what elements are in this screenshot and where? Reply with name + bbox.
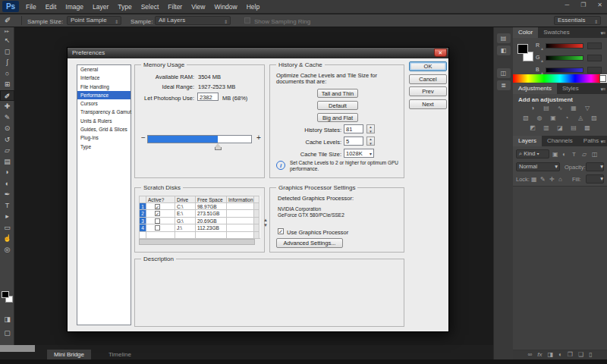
info-panel-icon[interactable]: ◫ [497, 68, 511, 78]
properties-panel-icon[interactable]: ◧ [497, 46, 511, 55]
scratch-table-hscrollbar[interactable] [139, 239, 255, 245]
tab-mini-bridge[interactable]: Mini Bridge [47, 350, 91, 359]
menu-edit[interactable]: Edit [41, 0, 61, 14]
clone-stamp-tool-icon[interactable]: ⊙ [0, 123, 14, 133]
cache-levels-spinner[interactable]: ▲▼ [366, 136, 375, 146]
adjustment-icon[interactable]: ◔ [561, 115, 573, 122]
ok-button[interactable]: OK [409, 61, 447, 71]
r-value-box[interactable] [587, 42, 602, 49]
b-gradient-slider[interactable] [546, 67, 583, 73]
menu-layer[interactable]: Layer [88, 0, 113, 14]
scratch-disk-row[interactable]: 3G:\20.69GB [139, 218, 260, 225]
minimize-button-icon[interactable]: ─ [565, 2, 569, 8]
dialog-title-bar[interactable]: Preferences [68, 48, 448, 58]
menu-type[interactable]: Type [113, 0, 136, 14]
quick-mask-icon[interactable]: ◨ [0, 314, 14, 325]
b-value-box[interactable] [587, 67, 602, 74]
menu-help[interactable]: Help [242, 0, 264, 14]
scratch-reorder-buttons[interactable]: ▲▼ [263, 218, 268, 228]
adjustment-icon[interactable]: ◪ [555, 124, 566, 132]
tab-color[interactable]: Color [513, 27, 538, 38]
filter-smart-objects-icon[interactable]: ◫ [592, 151, 598, 158]
menu-image[interactable]: Image [61, 0, 88, 14]
adjustment-icon[interactable]: ∿ [555, 105, 566, 112]
category-guides-grid-slices[interactable]: Guides, Grid & Slices [77, 125, 131, 133]
category-interface[interactable]: Interface [77, 74, 131, 82]
collapse-dock-icon[interactable]: ▸▸ [0, 28, 14, 33]
scratch-disk-row[interactable]: 1✓C:\98.97GB [139, 203, 260, 211]
panel-menu-icon[interactable]: ▾≡ [600, 139, 605, 145]
layer-effects-icon[interactable]: fx [537, 350, 542, 359]
blur-tool-icon[interactable]: ◗ [0, 167, 14, 177]
g-value-box[interactable] [587, 55, 602, 61]
lock-position-icon[interactable]: ✛ [549, 176, 555, 183]
history-states-spinner[interactable]: ▲▼ [366, 124, 375, 133]
adjustment-icon[interactable]: ▧ [521, 115, 532, 122]
pen-tool-icon[interactable]: ✒ [0, 189, 14, 199]
filter-shape-layers-icon[interactable]: ▱ [582, 151, 587, 158]
table-vscrollbar[interactable] [254, 203, 259, 211]
workspace-dropdown[interactable]: Essentials⇕ [554, 16, 601, 25]
foreground-color-swatch[interactable] [517, 44, 528, 54]
screen-mode-icon[interactable]: ▢ [0, 328, 14, 338]
layer-filter-dropdown[interactable]: ⌕ Kind ▾ [516, 149, 549, 158]
adjustment-icon[interactable]: ▣ [548, 115, 559, 122]
category-general[interactable]: General [77, 65, 131, 74]
eyedropper-icon[interactable]: ✐ [5, 16, 11, 24]
g-gradient-slider[interactable] [546, 55, 583, 61]
adjustment-icon[interactable]: ▦ [568, 105, 580, 112]
category-cursors[interactable]: Cursors [77, 99, 131, 108]
link-layers-icon[interactable]: ∞ [527, 350, 532, 359]
hand-tool-icon[interactable]: ☝ [0, 233, 14, 243]
menu-view[interactable]: View [187, 0, 209, 14]
menu-file[interactable]: File [21, 0, 41, 14]
category-type[interactable]: Type [77, 143, 131, 151]
healing-brush-tool-icon[interactable]: ✚ [0, 101, 14, 111]
active-checkbox[interactable] [155, 218, 160, 224]
category-plug-ins[interactable]: Plug-Ins [77, 133, 131, 142]
panel-menu-icon[interactable]: ▾≡ [600, 30, 605, 36]
type-tool-icon[interactable]: T [0, 200, 14, 211]
sample-size-dropdown[interactable]: Point Sample⇕ [67, 16, 121, 25]
blend-mode-dropdown[interactable]: Normal ▾ [516, 162, 560, 171]
new-group-icon[interactable]: ❐ [568, 350, 573, 359]
slider-thumb-icon[interactable]: ▲ [540, 46, 544, 51]
adjustment-icon[interactable]: ▥ [541, 124, 552, 132]
foreground-color-swatch[interactable] [2, 291, 9, 298]
advanced-settings-button[interactable]: Advanced Settings... [276, 238, 343, 248]
adjustment-icon[interactable]: ◍ [534, 115, 546, 122]
memory-use-input[interactable]: 2382 [197, 93, 219, 101]
new-adjustment-layer-icon[interactable]: ◐ [558, 350, 562, 359]
memory-slider-minus[interactable]: − [141, 133, 146, 142]
category-units-rulers[interactable]: Units & Rulers [77, 117, 131, 125]
menu-filter[interactable]: Filter [163, 0, 187, 14]
eyedropper-tool-icon[interactable]: ✐ [0, 90, 14, 101]
tall-and-thin-button[interactable]: Tall and Thin [317, 89, 358, 98]
table-vscrollbar[interactable] [254, 210, 259, 218]
history-brush-tool-icon[interactable]: ↺ [0, 134, 14, 145]
adjustment-icon[interactable]: ▨ [589, 115, 600, 122]
marquee-tool-icon[interactable]: ◻ [0, 46, 14, 57]
tab-swatches[interactable]: Swatches [538, 27, 575, 38]
slider-thumb-icon[interactable]: ▲ [540, 58, 544, 63]
adjustment-icon[interactable]: ◑ [527, 105, 539, 112]
brush-tool-icon[interactable]: ✎ [0, 112, 14, 123]
category-file-handling[interactable]: File Handling [77, 83, 131, 91]
lock-all-icon[interactable]: ⌂ [558, 176, 562, 183]
scratch-disk-row[interactable]: 2✓E:\273.51GB [139, 210, 260, 218]
lock-transparency-icon[interactable]: ▦ [531, 176, 537, 183]
tab-styles[interactable]: Styles [557, 83, 584, 94]
table-vscrollbar[interactable] [254, 224, 259, 232]
cache-tile-size-dropdown[interactable]: 1028K▾ [344, 149, 374, 158]
adjustment-icon[interactable]: ▤ [568, 124, 580, 132]
delete-layer-icon[interactable]: ▯ [589, 350, 592, 359]
tab-layers[interactable]: Layers [513, 136, 542, 146]
memory-slider[interactable] [147, 135, 252, 143]
big-and-flat-button[interactable]: Big and Flat [317, 113, 358, 122]
lock-pixels-icon[interactable]: ✎ [540, 176, 546, 183]
spectrum-white-swatch[interactable] [599, 75, 606, 82]
active-checkbox[interactable]: ✓ [155, 204, 160, 209]
dodge-tool-icon[interactable]: ◐ [0, 178, 14, 189]
menu-select[interactable]: Select [137, 0, 164, 14]
active-checkbox[interactable] [155, 225, 160, 231]
